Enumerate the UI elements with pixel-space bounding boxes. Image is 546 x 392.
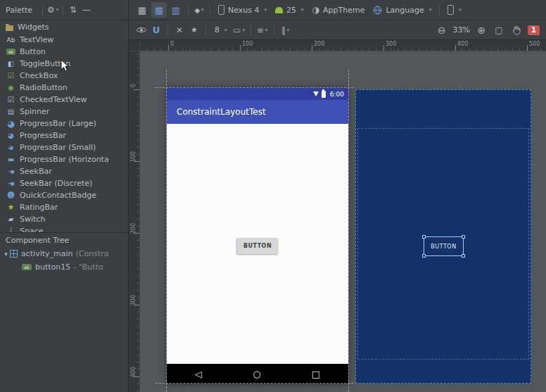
infer-constraints-button[interactable]: ★ xyxy=(188,23,201,37)
palette-item-icon: ☑ xyxy=(6,95,15,104)
language-dropdown[interactable]: Language ▾ xyxy=(369,2,435,18)
resize-handle[interactable] xyxy=(462,254,465,258)
palette-item[interactable]: ─● SeekBar xyxy=(0,165,128,177)
tree-node-suffix: - "Butto xyxy=(73,263,103,272)
palette-item-label: Spinner xyxy=(20,107,49,116)
zoom-to-fit-button[interactable]: ▢ xyxy=(493,23,505,37)
palette-item[interactable]: ┅● SeekBar (Discrete) xyxy=(0,177,128,189)
editor-canvas[interactable]: 6:00 ConstraintLayoutTest BUTTON ◁ ○ □ xyxy=(140,51,546,392)
palette-item[interactable]: ☑ CheckedTextView xyxy=(0,94,128,106)
palette-panel-header: Palette ⚙▾ ⇅ — xyxy=(0,0,129,20)
palette-item[interactable]: ◧ ToggleButton xyxy=(0,58,128,70)
tree-node-label: activity_main xyxy=(21,249,73,258)
palette-item-icon: ▬ xyxy=(6,155,15,164)
palette-item[interactable]: Ab TextView xyxy=(0,34,128,46)
resize-handle[interactable] xyxy=(422,235,426,239)
palette-item[interactable]: ▰ Switch xyxy=(0,213,128,225)
palette-item[interactable]: ◕ ProgressBar (Large) xyxy=(0,118,128,129)
device-dropdown[interactable]: Nexus 4 ▾ xyxy=(215,2,270,18)
palette-item-icon: ◉ xyxy=(6,83,15,92)
palette-item[interactable]: ▬ ProgressBar (Horizonta xyxy=(0,153,128,165)
palette-item-icon: ▤ xyxy=(6,107,15,116)
palette-settings-button[interactable]: ⚙▾ xyxy=(46,3,59,17)
zoom-in-button[interactable]: ⊕ xyxy=(475,23,488,37)
zoom-controls: ⊖ 33% ⊕ ▢ 1 xyxy=(436,23,540,37)
virtual-device-dropdown[interactable]: ▾ xyxy=(444,2,465,18)
gear-icon: ⚙ xyxy=(47,5,55,15)
resize-handle[interactable] xyxy=(462,235,465,239)
clear-constraints-button[interactable]: ✕ xyxy=(173,23,186,37)
palette-item[interactable]: ◉ RadioButton xyxy=(0,82,128,94)
toolbar-divider xyxy=(274,25,274,35)
design-surface: 0 100 200 300 400 500 0 100 200 300 400 xyxy=(129,40,546,392)
tree-expand-arrow-icon[interactable]: ▾ xyxy=(0,251,10,258)
palette-item-icon: ◕ xyxy=(6,131,15,140)
ruler-tick-label: 200 xyxy=(130,223,136,234)
resize-handle[interactable] xyxy=(422,254,426,258)
view-mode-both-button[interactable]: ▥ xyxy=(168,2,184,18)
palette-item-icon: Ab xyxy=(6,35,15,44)
tree-row-button15[interactable]: ok button15 - "Butto xyxy=(0,260,128,274)
palette-item[interactable]: ☑ CheckBox xyxy=(0,70,128,82)
chevron-down-icon: ▾ xyxy=(429,7,432,13)
both-views-icon: ▥ xyxy=(172,5,180,15)
hand-icon xyxy=(512,25,521,35)
palette-hide-button[interactable]: — xyxy=(80,3,93,17)
device-label: Nexus 4 xyxy=(228,6,260,15)
zoom-out-button[interactable]: ⊖ xyxy=(436,23,448,37)
sort-icon: ⇅ xyxy=(70,5,77,15)
palette-item[interactable]: ★ RatingBar xyxy=(0,201,128,213)
palette-group-widgets[interactable]: Widgets xyxy=(0,20,128,34)
theme-dropdown[interactable]: ◑ AppTheme xyxy=(309,2,369,18)
pan-button[interactable] xyxy=(510,23,523,37)
blueprint-view[interactable]: BUTTON xyxy=(355,89,531,384)
chevron-down-icon: ▾ xyxy=(301,7,304,13)
show-constraints-button[interactable] xyxy=(135,23,148,37)
globe-icon xyxy=(373,6,382,15)
android-icon xyxy=(275,7,283,13)
blueprint-button-widget[interactable]: BUTTON xyxy=(424,236,464,256)
align-dropdown[interactable]: ≡▾ xyxy=(256,23,269,37)
distribute-dropdown[interactable]: ∥▾ xyxy=(279,23,292,37)
palette-item[interactable]: ◕ ProgressBar (Small) xyxy=(0,141,128,153)
toolbar-divider xyxy=(250,25,251,35)
align-icon: ≡ xyxy=(257,25,264,35)
tree-row-activity-main[interactable]: ▾ activity_main (Constra xyxy=(0,247,128,260)
palette-item-label: SeekBar xyxy=(20,167,52,176)
design-view[interactable]: 6:00 ConstraintLayoutTest BUTTON ◁ ○ □ xyxy=(167,88,348,384)
button-label: BUTTON xyxy=(243,243,272,249)
palette-item[interactable]: ▤ Spinner xyxy=(0,106,128,118)
design-button-widget[interactable]: BUTTON xyxy=(237,238,278,254)
palette-item-icon: ┅● xyxy=(6,179,15,188)
palette-sort-button[interactable]: ⇅ xyxy=(67,3,80,17)
device-icon xyxy=(447,5,454,15)
status-time: 6:00 xyxy=(330,91,344,98)
ruler-tick-label: 300 xyxy=(130,295,136,305)
selection-guide-line xyxy=(348,70,349,392)
palette-item-icon: ◕ xyxy=(6,119,15,128)
palette-item[interactable]: ☻ QuickContactBadge xyxy=(0,189,128,201)
component-tree-panel: Component Tree ▾ activity_main (Constra … xyxy=(0,232,129,392)
error-count: 1 xyxy=(531,26,536,34)
api-version-dropdown[interactable]: 25 ▾ xyxy=(272,2,307,18)
component-tree-title: Component Tree xyxy=(6,236,69,245)
surface-mode-dropdown[interactable]: ◆▾ xyxy=(193,3,205,17)
ruler-tick-label: 0 xyxy=(170,41,174,47)
zoom-level: 33% xyxy=(453,25,470,34)
chevron-down-icon: ▾ xyxy=(224,27,227,33)
autoconnect-button[interactable]: U xyxy=(150,23,163,37)
preview-status-bar: 6:00 xyxy=(167,88,348,100)
view-mode-design-button[interactable]: ▦ xyxy=(134,2,150,18)
android-studio-layout-editor: Palette ⚙▾ ⇅ — ▦ ▦ ▥ ◆▾ Nexus 4 xyxy=(0,0,546,392)
default-margin-dropdown[interactable]: 8 ▾ xyxy=(211,23,231,38)
guidelines-dropdown[interactable]: ▭▾ xyxy=(233,23,246,37)
view-mode-blueprint-button[interactable]: ▦ xyxy=(151,2,167,18)
toolbar-divider xyxy=(167,25,168,35)
palette-item-icon: ☻ xyxy=(6,191,15,200)
chevron-down-icon: ▾ xyxy=(265,7,267,13)
palette-item[interactable]: ◕ ProgressBar xyxy=(0,129,128,141)
button-label: BUTTON xyxy=(431,244,456,250)
eye-icon xyxy=(136,26,147,34)
palette-item[interactable]: ok Button xyxy=(0,46,128,58)
error-count-badge[interactable]: 1 xyxy=(528,25,540,35)
